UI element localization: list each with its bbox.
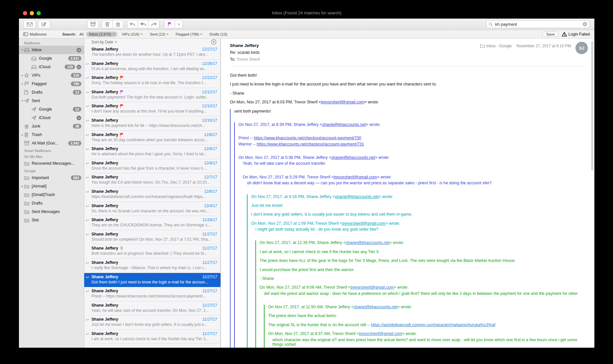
- body-text: - Shane: [260, 276, 274, 281]
- list-row[interactable]: ↩Shane Jeffery11/27/17Should both be com…: [84, 230, 220, 245]
- clear-search-icon[interactable]: [583, 22, 587, 26]
- search-input[interactable]: [494, 22, 581, 27]
- sidebar-item-drafts[interactable]: Drafts: [19, 199, 84, 207]
- list-row[interactable]: Shane Jeffery11/27/17Yeah, he will take …: [84, 301, 220, 316]
- folder-icon: [24, 209, 30, 214]
- hyperlink[interactable]: shanej@khaccounts.net: [346, 240, 389, 245]
- search-field[interactable]: [486, 20, 589, 28]
- replied-arrow-icon: ↩: [86, 76, 89, 80]
- list-row[interactable]: ↩Shane Jeffery12/10/17Here is the paymen…: [84, 116, 220, 131]
- disclosure-triangle[interactable]: ▸: [21, 74, 24, 77]
- row-date: 12/26/17: [202, 61, 217, 66]
- disclosure-triangle[interactable]: ▾: [21, 48, 24, 52]
- sidebar-item-vips[interactable]: ▸VIPs216: [19, 71, 84, 80]
- sidebar-item-recovered-messages[interactable]: Recovered Messages...: [19, 159, 84, 168]
- list-row[interactable]: ↩Shane Jeffery12/10/17I don't have any a…: [84, 102, 220, 116]
- recipient-name[interactable]: Trevor Sherif: [236, 57, 260, 62]
- list-row[interactable]: ↩Shane Jeffery11/27/17I really like Stor…: [84, 259, 220, 273]
- list-row[interactable]: ↩Shane Jeffery12/7/17You bough the CA an…: [84, 173, 220, 188]
- delete-button[interactable]: [102, 20, 113, 28]
- list-row[interactable]: ↩Shane Jeffery12/4/17So, there is no Sca…: [84, 202, 220, 216]
- reply-all-button[interactable]: [138, 20, 149, 28]
- sidebar-item-drafts[interactable]: Drafts13: [19, 88, 84, 97]
- list-row[interactable]: ↩Shane Jeffery12/8/17Once the account ha…: [84, 159, 220, 174]
- sidebar-item-junk[interactable]: Junk38: [19, 122, 84, 130]
- sidebar-item-shit[interactable]: Shit: [19, 216, 84, 224]
- hyperlink[interactable]: shanej@khaccounts.net: [322, 122, 366, 127]
- list-row[interactable]: Shane Jeffery11/27/17Both transfers are …: [84, 244, 220, 259]
- login-failed-status[interactable]: Login Failed: [562, 32, 590, 37]
- list-row[interactable]: ↩Shane Jeffery12/8/17He is adamant about…: [84, 145, 220, 159]
- account-status-toggle[interactable]: [76, 115, 81, 120]
- hyperlink[interactable]: shanej@khaccounts.net: [335, 194, 379, 199]
- sort-by-label[interactable]: Sort by Date: [91, 40, 113, 44]
- sidebar-item-sent[interactable]: ▾Sent: [19, 97, 84, 105]
- sidebar-item-trash[interactable]: ▸Trash: [19, 130, 84, 139]
- sidebar-item-flagged[interactable]: ▸Flagged799: [19, 80, 84, 88]
- hyperlink[interactable]: trevorsherif@gmail.com: [350, 285, 394, 290]
- list-row[interactable]: ↩Shane Jeffery11/27/17Priest -- https://…: [84, 287, 220, 301]
- hyperlink[interactable]: trevorsherif@gmail.com: [342, 221, 385, 226]
- row-preview: They are on 30 day cooldowns when you tr…: [91, 138, 217, 142]
- account-status-toggle[interactable]: [76, 48, 81, 53]
- filter-icon[interactable]: [211, 39, 217, 45]
- favorites-item-inbox-2-670[interactable]: Inbox (2,670)∨: [86, 32, 118, 37]
- list-row[interactable]: ↩Shane Jeffery11/27/17Just let me know! …: [84, 315, 220, 330]
- hyperlink[interactable]: trevorsherif@gmail.com: [334, 175, 377, 179]
- sidebar-item-icloud[interactable]: iCloud139: [19, 63, 84, 71]
- search-scope-all[interactable]: All: [79, 32, 84, 36]
- favorites-item-vips-216[interactable]: VIPs (216)∨: [119, 32, 145, 37]
- sidebar-item-all-mail-goo[interactable]: All Mail (Goo...2,542: [19, 139, 84, 147]
- sidebar-item-airmail[interactable]: ▸[Airmail]: [19, 182, 84, 190]
- list-row[interactable]: ↩Shane Jeffery11/27/17I am at work, so I…: [84, 330, 220, 344]
- save-search-button[interactable]: Save: [542, 32, 558, 37]
- archive-button[interactable]: [87, 20, 99, 28]
- favorites-item-drafts-13[interactable]: Drafts (13): [206, 32, 230, 37]
- hyperlink[interactable]: shanej@khaccounts.net: [331, 155, 375, 160]
- disclosure-triangle[interactable]: ▸: [21, 82, 24, 85]
- disclosure-triangle[interactable]: ▸: [21, 133, 24, 136]
- sidebar-item-icloud[interactable]: iCloud: [19, 114, 84, 122]
- favorites-item-sent-12[interactable]: Sent (12)∨: [147, 32, 171, 37]
- replied-arrow-icon: ↩: [86, 118, 89, 123]
- flag-button[interactable]: [164, 20, 175, 28]
- row-sender: Shane Jeffery: [91, 218, 118, 222]
- hyperlink[interactable]: shanej@khaccounts.net: [354, 305, 397, 309]
- disclosure-triangle[interactable]: ▸: [21, 185, 24, 188]
- list-row[interactable]: ↩Shane Jeffery12/6/17https://worldofwarc…: [84, 188, 220, 202]
- sidebar-item-google[interactable]: Google2,531: [19, 54, 84, 63]
- hyperlink[interactable]: trevorsherif@gmail.com: [321, 100, 364, 104]
- sidebar-item-label: Drafts: [32, 201, 81, 205]
- flag-menu-button[interactable]: ∨: [175, 20, 183, 28]
- list-row[interactable]: ↩Shane Jeffery11/27/17Got them both! I j…: [84, 273, 220, 287]
- compose-button[interactable]: [38, 20, 50, 28]
- body-paragraph: Priest -- https://www.khaccounts.net/che…: [238, 136, 585, 140]
- scrollbar-thumb[interactable]: [591, 41, 593, 170]
- quote-indent: oh didn't know that was a decent way — c…: [247, 181, 585, 348]
- sidebar-item-inbox[interactable]: ▾Inbox: [19, 46, 84, 54]
- list-row[interactable]: ↩Shane Jeffery12/26/17I'll do it all tom…: [84, 60, 220, 74]
- list-row[interactable]: ↩Shane Jeffery12/8/17They are on 30 day …: [84, 131, 220, 145]
- get-mail-button[interactable]: [24, 20, 36, 28]
- favorites-item-flagged-799[interactable]: Flagged (799)∨: [173, 32, 205, 37]
- hyperlink[interactable]: https://worldofwarcraft.com/en-us/charac…: [371, 323, 495, 327]
- account-status-toggle[interactable]: [76, 65, 81, 69]
- sidebar-item-sent-messages[interactable]: Sent Messages: [19, 207, 84, 216]
- forward-button[interactable]: [149, 20, 159, 28]
- reply-button[interactable]: [127, 20, 138, 28]
- list-row[interactable]: ↩Shane Jeffery12/22/17Sorry. The holiday…: [84, 74, 220, 88]
- sidebar-item-google[interactable]: Google12: [19, 105, 84, 114]
- hyperlink[interactable]: https://www.khaccounts.net/checkout/acco…: [254, 136, 361, 140]
- hyperlink[interactable]: trevorsherif@gmail.com: [359, 331, 402, 336]
- sidebar-item-gmail-trash[interactable]: [Gmail]Trash: [19, 190, 84, 199]
- mailboxes-toggle[interactable]: Mailboxes: [23, 32, 47, 36]
- disclosure-triangle[interactable]: ▾: [21, 99, 24, 102]
- list-row[interactable]: Shane Jeffery12/27/17The transfers are d…: [84, 45, 220, 60]
- sidebar-item-important[interactable]: Important683: [19, 174, 84, 182]
- junk-button[interactable]: [113, 20, 123, 28]
- list-row[interactable]: ↩Shane Jeffery11/28/17They are on the CH…: [84, 216, 220, 230]
- inbox-icon: [31, 56, 37, 61]
- list-row[interactable]: ↩Shane Jeffery12/12/17Got both payments!…: [84, 88, 220, 102]
- hyperlink[interactable]: https://www.khaccounts.net/checkout/acco…: [257, 142, 364, 146]
- doc-icon: [24, 90, 30, 95]
